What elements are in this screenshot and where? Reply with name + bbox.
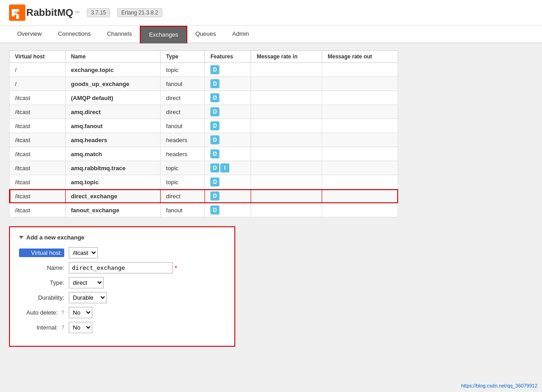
cell-name: amq.headers <box>65 133 160 147</box>
cell-features: D <box>205 203 251 217</box>
durable-badge: D <box>210 121 219 130</box>
auto-delete-select[interactable]: No Yes <box>69 307 92 318</box>
internal-label: Internal: ? <box>19 324 64 331</box>
table-row[interactable]: /itcast(AMQP default)directD <box>10 91 398 105</box>
cell-type: topic <box>161 63 205 77</box>
nav-connections[interactable]: Connections <box>50 26 99 43</box>
cell-type: fanout <box>161 203 205 217</box>
durable-badge: D <box>210 206 219 215</box>
cell-features: D <box>205 175 251 189</box>
add-exchange-panel: Add a new exchange Virtual host: / /itca… <box>9 226 235 347</box>
nav-exchanges[interactable]: Exchanges <box>140 26 187 43</box>
table-row[interactable]: /exchange.topictopicD <box>10 63 398 77</box>
table-row[interactable]: /itcastamq.headersheadersD <box>10 133 398 147</box>
table-row[interactable]: /itcastdirect_exchangedirectD <box>10 189 398 203</box>
cell-name: amq.rabbitmq.trace <box>65 161 160 175</box>
cell-rate-in <box>251 105 322 119</box>
cell-type: direct <box>161 91 205 105</box>
cell-name: amq.topic <box>65 175 160 189</box>
table-row[interactable]: /itcastamq.topictopicD <box>10 175 398 189</box>
auto-delete-help[interactable]: ? <box>61 310 64 316</box>
table-row[interactable]: /itcastamq.matchheadersD <box>10 147 398 161</box>
type-select[interactable]: direct fanout topic headers <box>69 277 104 288</box>
cell-rate-out <box>322 105 398 119</box>
cell-features: DI <box>205 161 251 175</box>
logo: RabbitMQ ™ <box>9 5 80 21</box>
vhost-select[interactable]: / /itcast <box>69 247 98 258</box>
type-row: Type: direct fanout topic headers <box>19 277 225 288</box>
durability-label: Durability: <box>19 294 64 301</box>
vhost-label: Virtual host: <box>19 249 64 257</box>
nav-channels[interactable]: Channels <box>99 26 140 43</box>
table-row[interactable]: /itcastfanout_exchangefanoutD <box>10 203 398 217</box>
internal-badge: I <box>220 163 229 172</box>
collapse-icon[interactable] <box>19 236 24 239</box>
cell-features: D <box>205 105 251 119</box>
cell-name: (AMQP default) <box>65 91 160 105</box>
durable-badge: D <box>210 163 219 172</box>
header: RabbitMQ ™ 3.7.15 Erlang 21.3.8.2 <box>0 0 542 26</box>
logo-trademark: ™ <box>75 10 80 15</box>
cell-vhost: /itcast <box>10 133 66 147</box>
cell-vhost: /itcast <box>10 203 66 217</box>
cell-name: amq.fanout <box>65 119 160 133</box>
cell-type: headers <box>161 147 205 161</box>
cell-rate-in <box>251 77 322 91</box>
cell-type: topic <box>161 175 205 189</box>
internal-select[interactable]: No Yes <box>69 322 92 333</box>
durable-badge: D <box>210 135 219 144</box>
exchange-table: Virtual host Name Type Features Message … <box>9 50 398 217</box>
table-row[interactable]: /itcastamq.rabbitmq.tracetopicDI <box>10 161 398 175</box>
name-label: Name: <box>19 264 64 271</box>
cell-rate-out <box>322 91 398 105</box>
cell-name: goods_up_exchange <box>65 77 160 91</box>
name-row: Name: * <box>19 262 225 273</box>
cell-vhost: /itcast <box>10 189 66 203</box>
table-row[interactable]: /itcastamq.directdirectD <box>10 105 398 119</box>
cell-type: topic <box>161 161 205 175</box>
cell-vhost: /itcast <box>10 175 66 189</box>
durable-badge: D <box>210 79 219 88</box>
table-row[interactable]: /goods_up_exchangefanoutD <box>10 77 398 91</box>
cell-features: D <box>205 119 251 133</box>
nav-queues[interactable]: Queues <box>187 26 224 43</box>
main-content: Virtual host Name Type Features Message … <box>0 43 542 354</box>
col-name: Name <box>65 51 160 63</box>
auto-delete-label: Auto delete: ? <box>19 309 64 316</box>
cell-type: direct <box>161 105 205 119</box>
nav-admin[interactable]: Admin <box>224 26 257 43</box>
durable-badge: D <box>210 177 219 186</box>
col-rate-out: Message rate out <box>322 51 398 63</box>
cell-vhost: /itcast <box>10 119 66 133</box>
cell-vhost: /itcast <box>10 105 66 119</box>
internal-help[interactable]: ? <box>61 325 64 331</box>
cell-name: amq.direct <box>65 105 160 119</box>
cell-rate-out <box>322 161 398 175</box>
nav-overview[interactable]: Overview <box>9 26 50 43</box>
cell-vhost: / <box>10 63 66 77</box>
cell-vhost: /itcast <box>10 161 66 175</box>
cell-features: D <box>205 147 251 161</box>
table-header-row: Virtual host Name Type Features Message … <box>10 51 398 63</box>
cell-features: D <box>205 133 251 147</box>
required-star: * <box>175 264 177 272</box>
version-badge: 3.7.15 <box>87 8 110 17</box>
name-input[interactable] <box>69 262 173 273</box>
cell-rate-out <box>322 189 398 203</box>
internal-row: Internal: ? No Yes <box>19 322 225 333</box>
cell-features: D <box>205 91 251 105</box>
col-vhost: Virtual host <box>10 51 66 63</box>
cell-rate-in <box>251 119 322 133</box>
logo-text: RabbitMQ <box>26 7 73 19</box>
durability-select[interactable]: Durable Transient <box>69 292 107 303</box>
cell-vhost: /itcast <box>10 147 66 161</box>
cell-type: direct <box>161 189 205 203</box>
cell-type: fanout <box>161 77 205 91</box>
cell-rate-out <box>322 133 398 147</box>
cell-name: exchange.topic <box>65 63 160 77</box>
type-label: Type: <box>19 279 64 286</box>
main-nav: Overview Connections Channels Exchanges … <box>0 26 542 43</box>
table-row[interactable]: /itcastamq.fanoutfanoutD <box>10 119 398 133</box>
svg-rect-4 <box>16 14 19 19</box>
panel-title: Add a new exchange <box>19 234 225 241</box>
